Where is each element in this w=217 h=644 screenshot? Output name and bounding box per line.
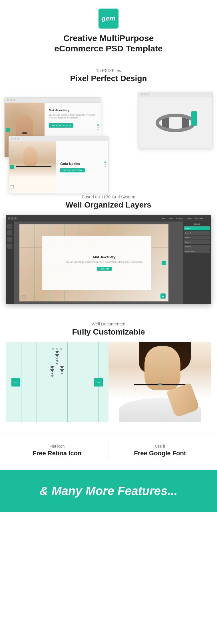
arrow-btn-right[interactable]: → <box>94 378 103 387</box>
card1-button[interactable]: SHOP COLLECTION <box>49 123 73 128</box>
preview-area: Mat Jewellery You can also change a lot … <box>0 92 217 189</box>
ps-tool-2 <box>7 230 12 236</box>
feature1-subtitle: Flat icon <box>9 444 106 448</box>
card3-image <box>9 141 56 193</box>
ps-layer-2: Layer 2 <box>184 231 210 235</box>
ps-tool-3 <box>7 237 12 242</box>
section1-subtitle: 15 PSD Files <box>6 68 211 73</box>
card3-titlebar <box>9 136 108 141</box>
header-section: gem Creative MultiPurpose eCommerce PSD … <box>0 0 217 59</box>
grid-v-9 <box>154 224 154 301</box>
chain-link-2 <box>56 348 58 350</box>
face-neck <box>144 346 180 390</box>
card3-text-area: Gota Nakles SHOP COLLECTION <box>56 141 108 193</box>
ps-body: Mat Jewellery You can also change a lot … <box>6 222 211 304</box>
sidebar-icon-3 <box>6 117 10 118</box>
custom-right <box>108 342 211 422</box>
card3-nav-dot-2 <box>105 166 106 168</box>
ps-dot-3 <box>14 217 17 220</box>
card2-content <box>139 97 212 148</box>
teal-box-left-3 <box>10 165 14 169</box>
pendant-row-2 <box>50 366 64 377</box>
ps-canvas: Mat Jewellery You can also change a lot … <box>14 222 183 304</box>
nav-dot-active <box>97 124 99 126</box>
ps-dot-2 <box>11 217 13 220</box>
ps-layer-1-text: Layer 1 <box>185 228 191 229</box>
pendant-2-1 <box>50 366 54 369</box>
ps-layer-3: Layer 3 <box>184 236 210 240</box>
card1-desc: You can also change a lot of settings, l… <box>49 114 97 119</box>
section2-title: Well Organized Layers <box>6 200 211 210</box>
pendant-2 <box>55 354 59 357</box>
guide-right-v-3 <box>191 342 191 422</box>
section-many-features: & Many More Features... <box>0 470 217 512</box>
ps-layer-5: Layer 5 <box>184 245 210 249</box>
arrow-right-icon: → <box>97 380 101 385</box>
feature-col-1: Flat icon Free Retina Icon <box>6 441 109 460</box>
pendant-4 <box>56 360 59 362</box>
guide-v-4 <box>67 342 68 422</box>
customizable-preview: ← → <box>6 342 211 422</box>
ps-heading: Mat Jewellery <box>66 255 143 259</box>
card1-heading: Mat Jewellery <box>49 108 97 112</box>
nav-dot-1 <box>97 127 99 128</box>
grid-v-1 <box>34 224 35 301</box>
pendant-1 <box>55 351 59 354</box>
necklace-pendants <box>50 348 64 377</box>
logo-text: gem <box>102 15 115 22</box>
chain-row-1 <box>52 348 62 350</box>
ps-canvas-inner: Mat Jewellery You can also change a lot … <box>19 224 168 301</box>
ps-panel-title: Layers <box>184 223 210 225</box>
ps-lock-icon <box>22 295 26 299</box>
sidebar-icon-1 <box>6 111 10 112</box>
title-line2: eCommerce PSD Template <box>54 44 163 53</box>
card3-nav-dot-1 <box>105 164 106 165</box>
card2-titlebar <box>139 92 212 97</box>
guide-right-v-1 <box>124 342 124 422</box>
card3-sidebar-icons <box>11 150 15 156</box>
photoshop-mockup: File Edit Image Layer Window <box>6 215 211 304</box>
ps-content-overlay: Mat Jewellery You can also change a lot … <box>42 236 151 290</box>
feature2-subtitle: Use it <box>112 444 209 448</box>
section1-title: Pixel Perfect Design <box>6 74 211 83</box>
main-title: Creative MultiPurpose eCommerce PSD Temp… <box>6 33 211 54</box>
card3-sidebar-icon-3 <box>11 156 15 156</box>
card3-sidebar-icon-2 <box>11 153 15 153</box>
ps-menu-file: File <box>162 217 166 220</box>
pendant-3-2 <box>60 369 64 372</box>
ps-layer-1: Layer 1 <box>184 226 210 230</box>
bracelet-image <box>150 106 201 140</box>
ps-layer-5-text: Layer 5 <box>185 246 191 247</box>
guide-v-2 <box>37 342 37 422</box>
custom-left: ← → <box>6 342 108 422</box>
many-features-text: & Many More Features... <box>6 484 211 498</box>
sidebar-icons <box>6 111 10 118</box>
card3-content: Gota Nakles SHOP COLLECTION <box>9 141 108 193</box>
section-customizable: Well Documented Fully Customizable <box>0 316 217 434</box>
chain-link-3 <box>60 348 62 350</box>
ps-teal-marker <box>162 261 166 265</box>
section3-subtitle: Well Documented <box>6 321 211 326</box>
card3-button[interactable]: SHOP COLLECTION <box>60 168 85 172</box>
lock-icon-3 <box>11 185 14 188</box>
nav-dots-3 <box>105 162 106 168</box>
ps-tool-1 <box>7 224 12 229</box>
nav-dots-1 <box>97 124 99 130</box>
card1-titlebar <box>5 98 101 103</box>
pendant-5 <box>56 363 59 365</box>
card3-nav-dot-active <box>105 162 106 163</box>
guide-right-v-2 <box>160 342 160 422</box>
ps-layer-2-text: Layer 2 <box>185 232 191 234</box>
title-line1: Creative MultiPurpose <box>63 33 154 43</box>
ps-menu: File Edit Image Layer Window <box>156 217 209 220</box>
arrow-btn-left[interactable]: ← <box>11 378 20 387</box>
sidebar-icon-2 <box>6 114 10 115</box>
ps-load-btn[interactable]: Load More <box>97 267 112 271</box>
pendant-set-2 <box>50 366 54 377</box>
ps-menu-edit: Edit <box>169 217 173 220</box>
ps-layer-4-text: Layer 4 <box>185 241 191 243</box>
ps-layer-3-text: Layer 3 <box>185 237 191 238</box>
ps-layer-bg-text: Background <box>185 250 194 252</box>
feature1-title: Free Retina Icon <box>9 450 106 457</box>
ps-menu-window: Window <box>195 217 203 220</box>
